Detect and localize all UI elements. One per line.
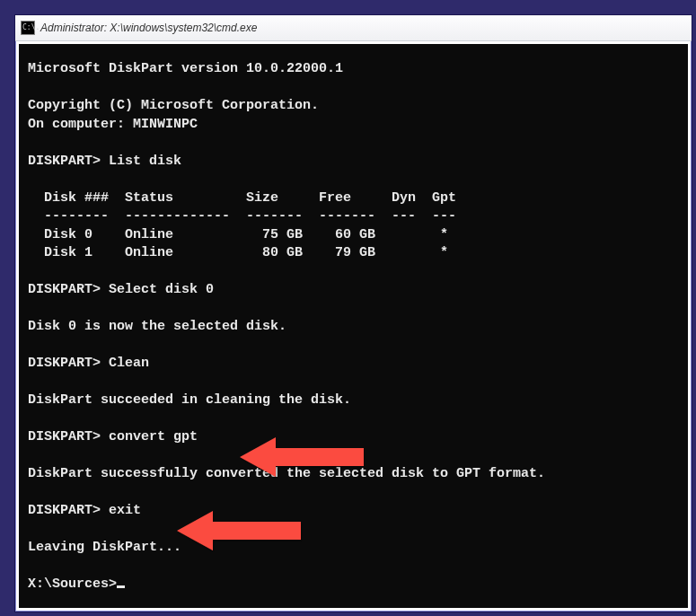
terminal-line: DISKPART> Select disk 0 [28,282,214,297]
terminal-line: DISKPART> exit [28,503,141,518]
terminal-line: Copyright (C) Microsoft Corporation. [28,98,319,113]
title-bar[interactable]: C:\. Administrator: X:\windows\system32\… [15,15,692,41]
terminal-line: -------- ------------- ------- ------- -… [28,208,456,224]
terminal-line: Microsoft DiskPart version 10.0.22000.1 [28,61,343,76]
system-menu-icon[interactable]: C:\. [21,21,35,35]
terminal-line: Disk ### Status Size Free Dyn Gpt [28,190,456,206]
terminal-output[interactable]: Microsoft DiskPart version 10.0.22000.1 … [19,44,688,608]
terminal-line: Disk 1 Online 80 GB 79 GB * [28,245,448,260]
terminal-line: DISKPART> Clean [28,356,149,371]
terminal-line: DISKPART> List disk [28,154,181,169]
terminal-line: On computer: MINWINPC [28,117,198,132]
terminal-line: Disk 0 is now the selected disk. [28,319,286,334]
terminal-line: DiskPart successfully converted the sele… [28,466,545,481]
terminal-line: Leaving DiskPart... [28,540,181,555]
terminal-line: Disk 0 Online 75 GB 60 GB * [28,227,448,242]
window-title: Administrator: X:\windows\system32\cmd.e… [40,22,257,34]
terminal-line: DiskPart succeeded in cleaning the disk. [28,392,351,408]
cmd-window: C:\. Administrator: X:\windows\system32\… [14,14,692,612]
cursor [117,585,125,588]
terminal-line: DISKPART> convert gpt [28,429,198,444]
terminal-line: X:\Sources> [28,576,117,592]
